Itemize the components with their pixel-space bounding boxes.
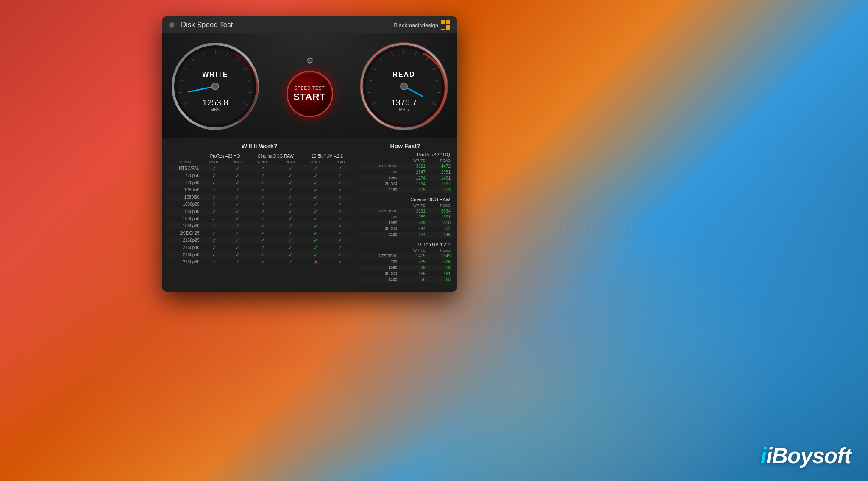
fast-write-val: 1409 <box>398 253 427 259</box>
check-icon: ✓ <box>261 202 265 207</box>
check-icon: ✓ <box>338 166 342 171</box>
start-button[interactable]: SPEED TEST START <box>287 71 333 117</box>
check-cell: ✓ <box>226 201 248 208</box>
fast-write-val: 1189 <box>398 214 427 220</box>
check-icon: ✓ <box>338 223 342 229</box>
fast-row-label: 2160 <box>359 187 398 193</box>
check-cell: ✓ <box>277 172 303 179</box>
svg-text:1376.7: 1376.7 <box>391 98 417 107</box>
fast-table-row: 72025472981 <box>359 169 452 175</box>
close-button[interactable] <box>169 22 174 28</box>
check-icon: ✓ <box>261 252 265 258</box>
fast-row-label: 2160 <box>359 276 398 282</box>
check-cell: ✓ <box>303 208 328 215</box>
cdng-write-hdr: WRITE <box>248 159 277 165</box>
fast-table-row: 2K DCI344402 <box>359 226 452 232</box>
check-icon: ✓ <box>261 187 265 193</box>
check-icon: ✓ <box>212 223 216 229</box>
fast-read-val: 4472 <box>427 163 452 169</box>
fast-table: WRITEREADNTSC/PAL38214472720254729811080… <box>359 158 452 193</box>
fast-read-val: 1491 <box>427 175 452 181</box>
check-icon: ✓ <box>338 202 342 207</box>
gauges-section: WRITE 1253.8 MB/s ⚙ SPE <box>162 33 457 138</box>
check-cell: ✓ <box>303 194 328 201</box>
fast-row-label: 2K DCI <box>359 226 398 232</box>
check-icon: ✓ <box>235 230 239 236</box>
check-icon: ✓ <box>288 173 292 179</box>
check-icon: ✓ <box>338 187 342 193</box>
check-cell: ✓ <box>202 215 226 222</box>
check-icon: ✓ <box>261 259 265 265</box>
check-cell: ✓ <box>303 237 328 244</box>
table-row: NTSC/PAL✓✓✓✓✓✓ <box>167 165 351 172</box>
check-icon: ✓ <box>212 202 216 207</box>
app-window: Disk Speed Test Blackmagicdesign <box>162 16 457 292</box>
check-icon: ✓ <box>212 238 216 243</box>
table-row: 2160p50✓✓✓✓✓✓ <box>167 251 351 258</box>
check-icon: ✓ <box>288 166 292 171</box>
tables-section: Will It Work? ProRes 422 HQ Cinema DNG R… <box>162 138 457 292</box>
check-cell: ✓ <box>248 172 277 179</box>
check-icon: ✓ <box>261 216 265 222</box>
check-icon: ✓ <box>314 187 318 193</box>
fast-read-val: 278 <box>427 265 452 271</box>
fast-table-row: NTSC/PAL38214472 <box>359 163 452 169</box>
check-icon: ✓ <box>212 216 216 222</box>
fast-row-label: 720 <box>359 214 398 220</box>
check-icon: ✓ <box>212 252 216 258</box>
check-icon: ✓ <box>212 173 216 179</box>
fast-table-header: READ <box>427 203 452 208</box>
fast-section: 10 Bit YUV 4:2:2WRITEREADNTSC/PAL1409164… <box>359 242 452 282</box>
brand-sq-4 <box>446 25 450 30</box>
check-icon: ✓ <box>314 238 318 243</box>
fast-write-val: 3131 <box>398 208 427 214</box>
check-icon: ✓ <box>212 209 216 215</box>
gear-icon[interactable]: ⚙ <box>306 55 314 66</box>
check-icon: ✓ <box>288 194 292 200</box>
check-cell: ✓ <box>328 179 351 186</box>
check-icon: ✓ <box>235 223 239 229</box>
iboysoft-logo: iiBoysoft <box>761 443 851 468</box>
fast-write-val: 535 <box>398 259 427 265</box>
check-icon: ✓ <box>261 209 265 215</box>
fast-read-val: 2981 <box>427 169 452 175</box>
check-cell: ✓ <box>248 244 277 251</box>
check-icon: ✓ <box>288 202 292 207</box>
fast-table-row: 2160124145 <box>359 232 452 238</box>
check-icon: ✓ <box>288 245 292 251</box>
fast-table-header: READ <box>427 248 452 253</box>
check-cell: ✓ <box>202 208 226 215</box>
check-cell: ✓ <box>248 215 277 222</box>
check-icon: ✓ <box>314 252 318 258</box>
svg-text:MB/s: MB/s <box>399 108 409 112</box>
check-icon: ✓ <box>288 216 292 222</box>
check-icon: ✓ <box>261 180 265 186</box>
check-cell: ✓ <box>277 251 303 258</box>
check-cell: ✓ <box>277 258 303 265</box>
check-icon: ✓ <box>235 259 239 265</box>
fast-read-val: 145 <box>427 232 452 238</box>
format-name-cell: 2160p30 <box>167 244 202 251</box>
check-cell: ✓ <box>277 222 303 229</box>
check-icon: ✓ <box>261 166 265 171</box>
fast-table-row: 72011891391 <box>359 214 452 220</box>
will-it-work-panel: Will It Work? ProRes 422 HQ Cinema DNG R… <box>162 138 355 292</box>
check-cell: ✗ <box>303 258 328 265</box>
check-cell: ✓ <box>202 165 226 172</box>
fast-table: WRITEREADNTSC/PAL14091649720535626108023… <box>359 248 452 282</box>
fast-table-header <box>359 158 398 163</box>
check-icon: ✓ <box>261 230 265 236</box>
check-icon: ✓ <box>338 194 342 200</box>
check-cell: ✓ <box>226 208 248 215</box>
check-cell: ✓ <box>277 237 303 244</box>
check-icon: ✓ <box>212 166 216 171</box>
fast-read-val: 373 <box>427 187 452 193</box>
check-cell: ✓ <box>303 251 328 258</box>
fast-write-val: 344 <box>398 226 427 232</box>
check-icon: ✓ <box>212 245 216 251</box>
format-name-cell: 1080p30 <box>167 208 202 215</box>
table-row: 2160p30✓✓✓✓✓✓ <box>167 244 351 251</box>
check-icon: ✓ <box>314 209 318 215</box>
check-icon: ✓ <box>288 230 292 236</box>
check-cell: ✓ <box>277 186 303 194</box>
